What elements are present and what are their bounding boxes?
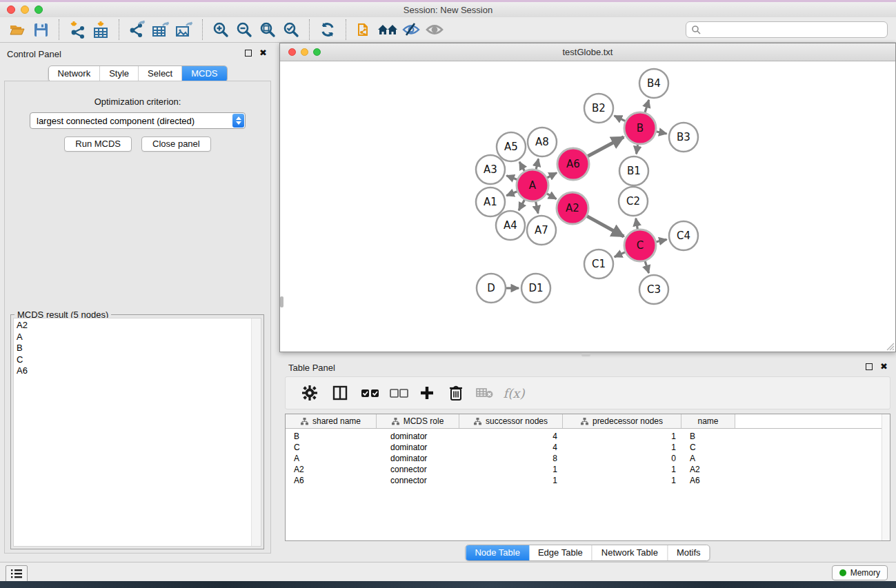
table-tab-edge-table[interactable]: Edge Table bbox=[529, 545, 593, 560]
node-A8[interactable]: A8 bbox=[528, 128, 557, 156]
tab-select[interactable]: Select bbox=[139, 66, 182, 81]
node-A4[interactable]: A4 bbox=[496, 211, 525, 240]
node-A6[interactable]: A6 bbox=[557, 148, 589, 180]
table-cell[interactable]: A bbox=[286, 454, 377, 463]
table-cell[interactable]: 1 bbox=[563, 443, 681, 452]
column-header-shared-name[interactable]: shared name bbox=[286, 414, 377, 428]
network-window-titlebar[interactable]: testGlobe.txt bbox=[280, 43, 895, 61]
table-cell[interactable]: dominator bbox=[377, 443, 459, 452]
splitter-handle[interactable] bbox=[581, 353, 590, 356]
table-cell[interactable]: 1 bbox=[563, 465, 681, 474]
table-cell[interactable]: 8 bbox=[459, 454, 563, 463]
table-row[interactable]: Cdominator41C bbox=[286, 442, 890, 453]
table-tab-network-table[interactable]: Network Table bbox=[593, 545, 668, 560]
network-graph[interactable]: B4B2BB3A8A5A6A3B1AA1C2A2A4A7C4CC1C3DD1 bbox=[280, 61, 895, 352]
node-A[interactable]: A bbox=[517, 170, 548, 201]
node-A2[interactable]: A2 bbox=[557, 192, 588, 224]
mcds-result-item[interactable]: A bbox=[17, 332, 261, 343]
node-C1[interactable]: C1 bbox=[584, 250, 613, 278]
table-tab-node-table[interactable]: Node Table bbox=[466, 545, 529, 560]
unselect-all-columns-icon[interactable] bbox=[386, 381, 412, 405]
node-B2[interactable]: B2 bbox=[584, 94, 613, 123]
table-cell[interactable]: 1 bbox=[563, 476, 681, 485]
zoom-in-icon[interactable] bbox=[209, 19, 232, 41]
table-cell[interactable]: A2 bbox=[286, 465, 377, 474]
export-image-icon[interactable] bbox=[172, 19, 196, 41]
table-cell[interactable]: 4 bbox=[459, 432, 563, 441]
tab-style[interactable]: Style bbox=[100, 66, 139, 81]
node-B3[interactable]: B3 bbox=[669, 123, 698, 152]
save-session-icon[interactable] bbox=[29, 19, 52, 41]
column-header-MCDS-role[interactable]: MCDS role bbox=[377, 414, 459, 428]
mcds-result-item[interactable]: A6 bbox=[17, 365, 261, 377]
column-header-successor-nodes[interactable]: successor nodes bbox=[459, 414, 563, 428]
network-canvas[interactable]: B4B2BB3A8A5A6A3B1AA1C2A2A4A7C4CC1C3DD1 bbox=[280, 61, 895, 352]
node-A1[interactable]: A1 bbox=[476, 187, 505, 216]
column-header-predecessor-nodes[interactable]: predecessor nodes bbox=[563, 414, 681, 428]
search-input[interactable] bbox=[704, 24, 887, 35]
zoom-selected-icon[interactable] bbox=[279, 19, 303, 41]
table-cell[interactable]: C bbox=[681, 443, 735, 452]
function-builder-icon[interactable]: f(x) bbox=[501, 381, 527, 405]
table-tab-motifs[interactable]: Motifs bbox=[668, 545, 710, 560]
zoom-fit-icon[interactable] bbox=[256, 19, 279, 41]
table-cell[interactable]: A bbox=[681, 454, 735, 463]
show-all-icon[interactable] bbox=[423, 19, 446, 41]
edge-A2-C[interactable] bbox=[585, 215, 624, 236]
table-cell[interactable]: A6 bbox=[681, 476, 735, 485]
table-cell[interactable]: connector bbox=[377, 476, 459, 485]
table-cell[interactable]: A6 bbox=[286, 476, 377, 485]
optimization-select[interactable]: largest connected component (directed) bbox=[30, 112, 246, 129]
edge-A6-B[interactable] bbox=[586, 137, 624, 157]
column-header-name[interactable]: name bbox=[681, 414, 735, 428]
mcds-result-item[interactable]: A2 bbox=[17, 320, 261, 332]
window-resize-grip[interactable] bbox=[886, 342, 895, 351]
hide-selected-icon[interactable] bbox=[399, 19, 423, 41]
node-B[interactable]: B bbox=[624, 112, 656, 144]
mcds-result-item[interactable]: B bbox=[17, 343, 261, 354]
tab-network[interactable]: Network bbox=[48, 66, 100, 81]
table-cell[interactable]: 4 bbox=[459, 443, 563, 452]
task-history-button[interactable] bbox=[6, 565, 28, 582]
node-D1[interactable]: D1 bbox=[521, 274, 550, 303]
show-column-panel-icon[interactable] bbox=[327, 381, 353, 405]
node-A3[interactable]: A3 bbox=[476, 155, 505, 184]
refresh-icon[interactable] bbox=[316, 19, 339, 41]
node-table[interactable]: shared nameMCDS rolesuccessor nodesprede… bbox=[285, 414, 890, 541]
tab-mcds[interactable]: MCDS bbox=[182, 66, 226, 81]
table-settings-icon[interactable] bbox=[297, 381, 323, 405]
canvas-vscroll-handle[interactable] bbox=[280, 296, 283, 307]
node-C3[interactable]: C3 bbox=[639, 275, 668, 304]
mcds-result-list[interactable]: A2ABCA6 bbox=[13, 318, 261, 547]
node-C[interactable]: C bbox=[624, 230, 656, 261]
close-panel-icon[interactable]: ✖ bbox=[259, 50, 267, 57]
table-cell[interactable]: 1 bbox=[459, 476, 563, 485]
table-cell[interactable]: dominator bbox=[377, 432, 459, 441]
table-row[interactable]: Adominator80A bbox=[286, 453, 890, 464]
table-cell[interactable]: dominator bbox=[377, 454, 459, 463]
node-C2[interactable]: C2 bbox=[619, 187, 648, 216]
import-network-icon[interactable] bbox=[66, 19, 89, 41]
float-panel-icon[interactable] bbox=[245, 50, 252, 57]
create-column-icon[interactable] bbox=[414, 381, 440, 405]
table-cell[interactable]: C bbox=[286, 443, 377, 452]
open-session-icon[interactable] bbox=[6, 19, 29, 41]
node-C4[interactable]: C4 bbox=[669, 221, 698, 250]
zoom-out-icon[interactable] bbox=[232, 19, 256, 41]
table-cell[interactable]: 0 bbox=[563, 454, 681, 463]
import-table-icon[interactable] bbox=[89, 19, 112, 41]
delete-table-icon[interactable] bbox=[472, 381, 498, 405]
run-mcds-button[interactable]: Run MCDS bbox=[64, 136, 132, 152]
table-cell[interactable]: B bbox=[681, 432, 735, 441]
table-scrollbar[interactable] bbox=[882, 414, 890, 540]
table-row[interactable]: Bdominator41B bbox=[286, 431, 890, 442]
first-neighbors-icon[interactable] bbox=[376, 19, 399, 41]
export-network-icon[interactable] bbox=[126, 19, 149, 41]
node-D[interactable]: D bbox=[477, 274, 506, 303]
table-cell[interactable]: connector bbox=[377, 465, 459, 474]
delete-column-icon[interactable] bbox=[443, 381, 469, 405]
select-all-columns-icon[interactable] bbox=[357, 381, 384, 405]
table-close-panel-icon[interactable]: ✖ bbox=[880, 363, 888, 370]
table-cell[interactable]: B bbox=[286, 432, 377, 441]
result-scrollbar[interactable] bbox=[251, 318, 261, 546]
